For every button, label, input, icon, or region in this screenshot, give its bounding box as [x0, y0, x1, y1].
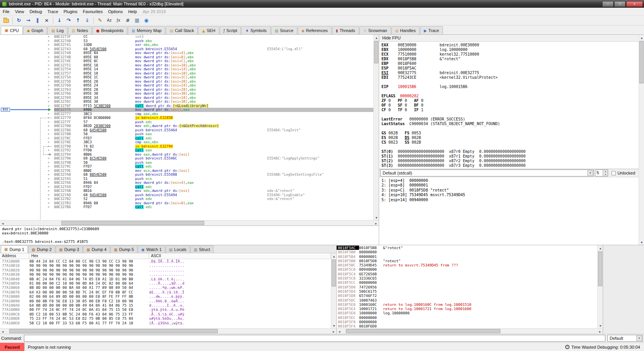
- disasm-row[interactable]: 00E3273FCCint3: [0, 35, 373, 39]
- stack-row[interactable]: 0018F5D865746F72: [337, 293, 597, 298]
- menu-view[interactable]: View: [12, 8, 27, 15]
- disasm-row[interactable]: 00E3278668 6454E500push bdreinit.E55464E…: [0, 128, 373, 132]
- disasm-row[interactable]: 00E3274368 5454E500push bdreinit.E55454E…: [0, 47, 373, 51]
- minimize-button[interactable]: –: [602, 1, 613, 7]
- scroll-right-arrow[interactable]: ▶: [373, 220, 379, 226]
- dump-row[interactable]: 77A1005001 00 00 00 C2 10 00 90 8D 84 24…: [0, 281, 331, 285]
- register-line[interactable]: ST(1) 00000000000000000000 x87r1 Empty 0…: [381, 154, 636, 159]
- tab-dump-2[interactable]: ▦Dump 2: [28, 246, 55, 253]
- breakpoint-dot[interactable]: [48, 85, 49, 86]
- register-line[interactable]: ZF 0 PF 0 AF 0: [381, 98, 636, 103]
- menu-trace[interactable]: Trace: [45, 8, 61, 15]
- breakpoint-dot[interactable]: [48, 68, 49, 70]
- disasm-row[interactable]: 00E3278B50push eax: [0, 132, 373, 136]
- tab-memory-map[interactable]: ▦Memory Map: [128, 26, 166, 34]
- disasm-row[interactable]: 00E327A68946 04mov dword ptr ds:[esi+4],…: [0, 181, 373, 185]
- spin-up-icon[interactable]: ▲: [603, 170, 608, 173]
- argument-row[interactable]: 1: [esp+4] 00000000: [381, 178, 636, 183]
- dump-row[interactable]: 77A100608B 0D 00 00 00 00 BA 40 00 A1 77…: [0, 285, 331, 290]
- disassembly-pane[interactable]: 00E3273FCCint300E3274053push ebx00E32741…: [0, 35, 373, 220]
- stack-row[interactable]: 0018F5C000940000: [337, 267, 597, 271]
- tab-dump-4[interactable]: ▦Dump 4: [83, 246, 110, 253]
- register-line[interactable]: GS 002B FS 0053: [381, 131, 636, 136]
- register-line[interactable]: EDI 775243CE <kernel32.VirtualProtect>: [381, 75, 636, 80]
- tab-dump-5[interactable]: ▦Dump 5: [110, 246, 137, 253]
- stack-row[interactable]: 0018F5F000000000: [337, 320, 597, 324]
- disasm-row[interactable]: 00E32769895E 34mov dword ptr ds:[esi+34]…: [0, 96, 373, 100]
- scroll-left-arrow[interactable]: ◀: [337, 329, 342, 334]
- argument-row[interactable]: 2: [esp+8] 00000001: [381, 183, 636, 188]
- stack-row[interactable]: 0018F5DC10007463: [337, 298, 597, 302]
- stack-row[interactable]: 0018F5BC75349D45return to msvcrt.75349D4…: [337, 263, 597, 267]
- stack-row[interactable]: 0018F5B400000001: [337, 254, 597, 259]
- chevron-down-icon[interactable]: ▼: [636, 336, 642, 341]
- disasm-row[interactable]: 00E327AB8B16mov edx,dword ptr ds:[esi]ed…: [0, 189, 373, 193]
- register-line[interactable]: [381, 112, 636, 117]
- scroll-thumb[interactable]: [639, 41, 644, 83]
- title-bar[interactable]: bdreinit.exe - PID: 8E4 - Module: bdrein…: [0, 0, 644, 8]
- disasm-row[interactable]: 00E327790F84 DC000000je bdreinit.E3285B: [0, 116, 373, 120]
- chevron-down-icon[interactable]: ▼: [587, 170, 593, 176]
- scroll-thumb[interactable]: [374, 41, 378, 63]
- scroll-down-arrow[interactable]: ▼: [639, 239, 644, 245]
- tab-script[interactable]: ƒScript: [220, 26, 241, 34]
- stack-row[interactable]: 0018F5E410001721return to log.10001721 f…: [337, 307, 597, 311]
- tab-log[interactable]: ▤Log: [47, 26, 68, 34]
- scroll-thumb[interactable]: [9, 329, 218, 333]
- tab-source[interactable]: ▤Source: [271, 26, 297, 34]
- scroll-up-arrow[interactable]: ▲: [639, 35, 644, 40]
- breakpoint-dot[interactable]: [48, 52, 49, 54]
- breakpoint-dot[interactable]: [48, 101, 49, 102]
- breakpoint-dot[interactable]: [48, 178, 49, 180]
- scroll-thumb[interactable]: [346, 329, 500, 333]
- dump-header-address[interactable]: Address: [0, 253, 29, 259]
- open-file-icon[interactable]: [2, 16, 11, 25]
- argument-row[interactable]: 4: [esp+10] 75349D45 msvcrt.75349D45: [381, 193, 636, 197]
- scroll-down-arrow[interactable]: ▼: [374, 215, 379, 220]
- maximize-button[interactable]: □: [614, 1, 625, 7]
- tab-graph[interactable]: ◆Graph: [23, 26, 47, 34]
- breakpoint-dot[interactable]: [48, 202, 49, 204]
- register-line[interactable]: CF 0 TF 0 IF 1: [381, 108, 636, 112]
- tab-snowman[interactable]: ☃Snowman: [359, 26, 391, 34]
- close-debuggee-icon[interactable]: ×: [42, 16, 51, 25]
- breakpoint-dot[interactable]: [48, 113, 49, 115]
- breakpoint-dot[interactable]: [48, 48, 49, 50]
- disasm-row[interactable]: 00E3278CFFD7call edi: [0, 136, 373, 141]
- scroll-track[interactable]: [331, 259, 336, 323]
- disasm-row[interactable]: 00E3277F57push edi: [0, 120, 373, 124]
- breakpoint-dot[interactable]: [48, 170, 49, 171]
- step-into-icon[interactable]: ↓: [55, 16, 64, 25]
- disasm-row[interactable]: 00E3274E895E 0Cmov dword ptr ds:[esi+C],…: [0, 59, 373, 63]
- breakpoint-dot[interactable]: [48, 149, 49, 151]
- register-line[interactable]: ESP 0018F5AC: [381, 66, 636, 71]
- register-line[interactable]: ST(0) 00000000000000000000 x87r0 Empty 0…: [381, 149, 636, 154]
- breakpoint-dot[interactable]: [48, 186, 49, 188]
- register-line[interactable]: LastStatus C0000034 (STATUS_OBJECT_NAME_…: [381, 122, 636, 126]
- menu-favourites[interactable]: Favourites: [80, 8, 105, 15]
- breakpoint-dot[interactable]: [48, 190, 49, 192]
- tab-trace[interactable]: ▶Trace: [420, 26, 443, 34]
- memory-map-icon[interactable]: ▦: [132, 16, 142, 25]
- register-line[interactable]: EDX 0018F5B8 &"rotect": [381, 57, 636, 61]
- tab-seh[interactable]: ▲SEH: [198, 26, 219, 34]
- breakpoint-dot[interactable]: [48, 125, 49, 127]
- register-line[interactable]: ES 002B DS 002B: [381, 136, 636, 140]
- tab-symbols[interactable]: ♦Symbols: [241, 26, 270, 34]
- dump-row[interactable]: 77A100C00D C2 10 00 53 8B 5C 24 08 F6 43…: [0, 312, 331, 316]
- tab-dump-3[interactable]: ▦Dump 3: [56, 246, 83, 253]
- breakpoint-dot[interactable]: [48, 44, 49, 46]
- disasm-row[interactable]: 00E32792FFD0call eax: [0, 148, 373, 153]
- stack-vscrollbar[interactable]: ▲ ▼: [597, 245, 603, 328]
- dump-row[interactable]: 77A1009000 00 8B F0 56 E8 13 38 05 00 EB…: [0, 299, 331, 303]
- scroll-thumb[interactable]: [598, 251, 602, 286]
- disassembly-hscrollbar[interactable]: ◀ ▶: [0, 220, 379, 226]
- dump-row[interactable]: 77A100A064 8B 0D 00 00 00 00 8B 49 04 0A…: [0, 303, 331, 307]
- run-to-user-code-icon[interactable]: ⇓: [83, 16, 92, 25]
- stack-row[interactable]: 0018F5D4506C6175: [337, 289, 597, 293]
- tab-struct[interactable]: ▥Struct: [190, 246, 214, 253]
- breakpoint-dot[interactable]: [48, 206, 49, 208]
- disasm-row[interactable]: 00E3279668 6C54E500push bdreinit.E5546CE…: [0, 156, 373, 161]
- register-line[interactable]: OF 0 SF 0 DF 0: [381, 103, 636, 108]
- stack-row[interactable]: 0018F5EC00000000: [337, 315, 597, 320]
